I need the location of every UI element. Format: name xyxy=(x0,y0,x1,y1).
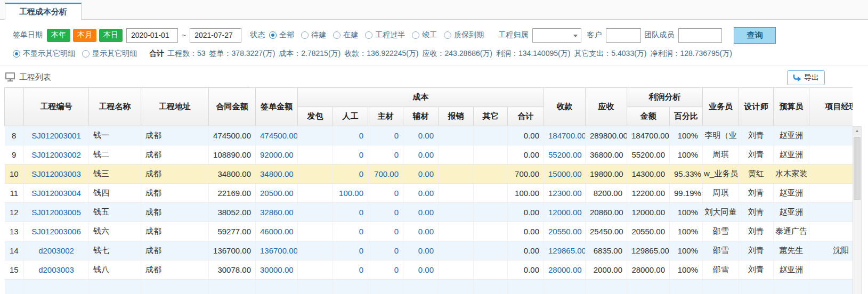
table-row[interactable]: 10SJ012003003钱三成都34800.0034800.000700.00… xyxy=(5,165,853,184)
detail-radio[interactable]: 显示其它明细 xyxy=(82,49,137,59)
table-row[interactable]: 14d2003002钱七成都136700.00136700.00000.000.… xyxy=(5,241,853,260)
cell-rengong[interactable]: 0 xyxy=(333,145,368,165)
cell-signed[interactable]: 34800.00 xyxy=(256,165,298,184)
project-owner-select[interactable] xyxy=(532,28,581,43)
cell-zhucai[interactable]: 0 xyxy=(368,126,403,145)
table-row[interactable]: 15d2003003钱八成都30078.0030000.00000.000.00… xyxy=(5,260,853,280)
cell-fucai[interactable]: 0.00 xyxy=(403,165,439,184)
header-qita[interactable]: 其它 xyxy=(474,107,508,126)
cell-rengong[interactable]: 0 xyxy=(333,203,368,222)
table-row[interactable]: 12SJ012003005钱五成都38052.0032860.00000.000… xyxy=(5,203,853,222)
cell-zhucai[interactable]: 0 xyxy=(368,222,403,241)
cell-signed[interactable]: 92000.00 xyxy=(256,145,298,165)
cell-signed[interactable]: 20500.00 xyxy=(256,184,298,203)
cell-zhucai[interactable]: 0 xyxy=(368,145,403,165)
cell-shoukuan[interactable]: 12000.00 xyxy=(544,203,586,222)
cell-signed[interactable]: 474500.00 xyxy=(256,126,298,145)
cell-baoxiao xyxy=(439,184,474,203)
cell-code[interactable]: SJ012003004 xyxy=(24,184,89,203)
header-fucai[interactable]: 辅材 xyxy=(403,107,439,126)
header-baoxiao[interactable]: 报销 xyxy=(439,107,474,126)
cell-shoukuan[interactable]: 15000.00 xyxy=(544,165,586,184)
header-contract[interactable]: 合同金额 xyxy=(209,88,256,126)
cell-signed[interactable]: 32860.00 xyxy=(256,203,298,222)
cell-zhucai[interactable]: 0 xyxy=(368,260,403,280)
header-budgeter[interactable]: 预算员 xyxy=(774,88,809,126)
header-yingshou[interactable]: 应收 xyxy=(586,88,627,126)
cell-rengong[interactable]: 0 xyxy=(333,126,368,145)
header-profit-percent[interactable]: 百分比 xyxy=(670,107,703,126)
cell-zhucai[interactable]: 0 xyxy=(368,241,403,260)
header-designer[interactable]: 设计师 xyxy=(739,88,774,126)
cell-code[interactable]: d2003002 xyxy=(24,241,89,260)
status-radio[interactable]: 在建 xyxy=(333,30,358,40)
header-shoukuan[interactable]: 收款 xyxy=(544,88,586,126)
header-salesman[interactable]: 业务员 xyxy=(703,88,739,126)
cell-shoukuan[interactable]: 20550.00 xyxy=(544,222,586,241)
cell-rengong[interactable]: 0 xyxy=(333,260,368,280)
cell-rengong[interactable]: 0 xyxy=(333,241,368,260)
cell-code[interactable]: SJ012003002 xyxy=(24,145,89,165)
table-row[interactable]: 9SJ012003002钱二成都108890.0092000.00000.000… xyxy=(5,145,853,165)
header-name[interactable]: 工程名称 xyxy=(89,88,141,126)
cell-rengong[interactable]: 0 xyxy=(333,165,368,184)
header-address[interactable]: 工程地址 xyxy=(141,88,209,126)
header-zhucai[interactable]: 主材 xyxy=(368,107,403,126)
date-to-input[interactable] xyxy=(190,28,241,43)
scroll-up-arrow-icon[interactable]: ▲ xyxy=(853,127,861,135)
cell-code[interactable]: SJ012003001 xyxy=(24,126,89,145)
cell-rengong[interactable]: 0 xyxy=(333,222,368,241)
status-radio[interactable]: 工程过半 xyxy=(365,30,405,40)
cell-zhucai[interactable]: 700.00 xyxy=(368,165,403,184)
header-code[interactable]: 工程编号 xyxy=(24,88,89,126)
table-row[interactable]: 8SJ012003001钱一成都474500.00474500.00000.00… xyxy=(5,126,853,145)
status-radio[interactable]: 待建 xyxy=(301,30,326,40)
status-radio[interactable]: 竣工 xyxy=(412,30,437,40)
cell-code[interactable]: d2003003 xyxy=(24,260,89,280)
sign-date-label: 签单日期 xyxy=(13,30,43,40)
cell-shoukuan[interactable]: 12300.00 xyxy=(544,184,586,203)
header-fabao[interactable]: 发包 xyxy=(298,107,333,126)
header-signed[interactable]: 签单金额 xyxy=(256,88,298,126)
tab-project-cost-analysis[interactable]: 工程成本分析 xyxy=(5,3,82,20)
cell-fucai[interactable]: 0.00 xyxy=(403,184,439,203)
cell-code[interactable]: SJ012003003 xyxy=(24,165,89,184)
detail-radio[interactable]: 不显示其它明细 xyxy=(13,49,75,59)
cell-signed[interactable]: 46000.00 xyxy=(256,222,298,241)
cell-shoukuan[interactable]: 55200.00 xyxy=(544,145,586,165)
vertical-scrollbar[interactable]: ▲ xyxy=(853,126,862,294)
cell-signed[interactable]: 30000.00 xyxy=(256,260,298,280)
cell-zhucai[interactable]: 0 xyxy=(368,184,403,203)
table-row[interactable]: 11SJ012003004钱四成都22169.0020500.00100.000… xyxy=(5,184,853,203)
status-radio[interactable]: 全部 xyxy=(269,30,294,40)
cell-code[interactable]: SJ012003005 xyxy=(24,203,89,222)
status-radio[interactable]: 质保到期 xyxy=(444,30,484,40)
cell-fucai[interactable]: 0.00 xyxy=(403,203,439,222)
cell-shoukuan[interactable]: 28000.00 xyxy=(544,260,586,280)
cell-fucai[interactable]: 0.00 xyxy=(403,126,439,145)
scrollbar-thumb[interactable] xyxy=(854,137,861,200)
team-member-input[interactable] xyxy=(678,28,722,43)
quick-date-button[interactable]: 本月 xyxy=(73,29,96,42)
header-pm[interactable]: 项目经理 xyxy=(809,88,853,126)
customer-input[interactable] xyxy=(606,28,641,43)
cell-fucai[interactable]: 0.00 xyxy=(403,222,439,241)
query-button[interactable]: 查询 xyxy=(734,27,776,44)
header-rengong[interactable]: 人工 xyxy=(333,107,368,126)
header-heji[interactable]: 合计 xyxy=(508,107,544,126)
quick-date-button[interactable]: 本年 xyxy=(47,29,70,42)
cell-fucai[interactable]: 0.00 xyxy=(403,145,439,165)
cell-rengong[interactable]: 100.00 xyxy=(333,184,368,203)
cell-zhucai[interactable]: 0 xyxy=(368,203,403,222)
cell-shoukuan[interactable]: 184700.00 xyxy=(544,126,586,145)
cell-fucai[interactable]: 0.00 xyxy=(403,241,439,260)
export-button[interactable]: 导出 xyxy=(787,70,825,85)
cell-signed[interactable]: 136700.00 xyxy=(256,241,298,260)
quick-date-button[interactable]: 本日 xyxy=(99,29,123,42)
cell-fucai[interactable]: 0.00 xyxy=(403,260,439,280)
table-row[interactable]: 13SJ012003006钱六成都59277.0046000.00000.000… xyxy=(5,222,853,241)
date-from-input[interactable] xyxy=(126,28,178,43)
cell-code[interactable]: SJ012003006 xyxy=(24,222,89,241)
header-profit-amount[interactable]: 金额 xyxy=(627,107,670,126)
cell-shoukuan[interactable]: 129865.00 xyxy=(544,241,586,260)
